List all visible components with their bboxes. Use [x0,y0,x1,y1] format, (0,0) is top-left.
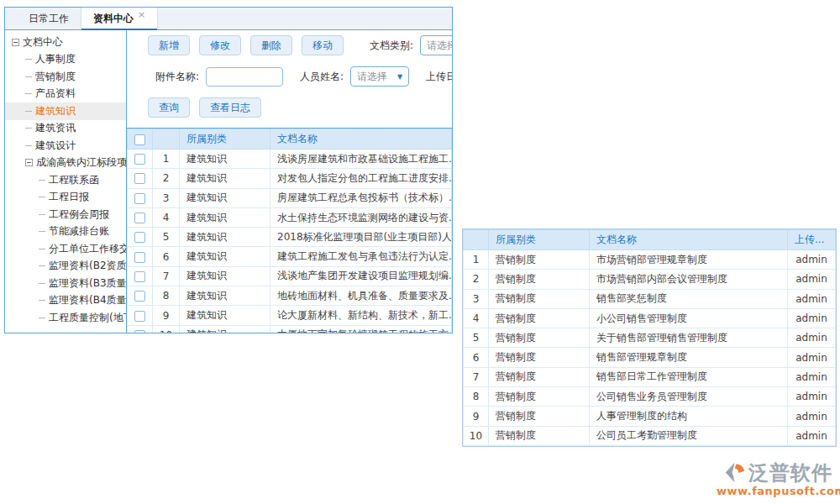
row-number: 4 [153,207,180,227]
row-number-header [464,230,489,250]
delete-button[interactable]: 删除 [250,35,292,55]
tree-item[interactable]: 成渝高铁内江标段项目 [5,155,126,172]
table-row[interactable]: 9 建筑知识 论大厦新材料、新结构、新技术，新工... [128,306,452,325]
query-button[interactable]: 查询 [148,97,190,118]
table-row[interactable]: 5 建筑知识 2018标准化监理项目部(业主项目部)人员... [128,228,452,247]
doc-category-label: 文档类别: [370,39,413,53]
sidebar-tree: 文档中心 人事制度 营销制度 产品资料 [5,30,127,333]
modify-button[interactable]: 修改 [199,35,241,55]
row-category: 营销制度 [489,308,590,328]
tab-bar: 日常工作 资料中心 × [5,8,452,30]
table-row[interactable]: 1 营销制度 市场营销部管理规章制度 admin [464,250,836,270]
tree-item[interactable]: 监理资料(B2资质) [5,258,126,276]
tree-item[interactable]: 产品资料 [5,86,126,103]
category-header: 所属别类 [180,129,270,150]
table-row[interactable]: 4 营销制度 小公司销售管理制度 admin [464,308,836,328]
row-checkbox[interactable] [134,330,145,333]
tree-item[interactable]: 监理资料(B4质量控制) [5,292,126,310]
table-row[interactable]: 10 营销制度 公司员工考勤管理制度 admin [464,426,836,445]
table-row[interactable]: 3 营销制度 销售部奖惩制度 admin [464,289,836,308]
tree-item-label: 人事制度 [35,52,76,66]
row-doc-name: 浅谈地产集团开发建设项目监理规划编... [270,266,452,286]
table-row[interactable]: 6 营销制度 销售部管理规章制度 admin [464,348,836,367]
attachment-name-input[interactable] [206,67,283,87]
tree-item[interactable]: 工程例会周报 [5,206,126,223]
tree-item[interactable]: 工程日报 [5,189,126,207]
tree-item[interactable]: 节能减排台账 [5,223,126,241]
attachment-name-label: 附件名称: [155,70,199,84]
table-row[interactable]: 2 营销制度 市场营销部内部会议管理制度 admin [464,270,836,289]
row-checkbox[interactable] [134,154,145,165]
tree-item[interactable]: 人事制度 [5,51,126,69]
row-checkbox[interactable] [134,193,145,204]
tree-item[interactable]: 建筑知识 [5,102,126,120]
row-uploader: admin [788,289,836,308]
tree-node-icon [25,128,32,129]
row-checkbox[interactable] [134,271,145,282]
row-category: 营销制度 [489,348,590,367]
select-all-checkbox[interactable] [134,134,145,145]
row-checkbox[interactable] [134,213,145,223]
close-icon[interactable]: × [138,9,145,20]
row-number: 5 [464,328,489,348]
table-row[interactable]: 8 营销制度 公司销售业务员管理制度 admin [464,387,836,407]
tree-node-icon [25,145,32,146]
row-checkbox[interactable] [134,173,145,184]
tree-item[interactable]: 监理资料(B3质量控制) [5,275,126,292]
table-row[interactable]: 8 建筑知识 地砖地面材料、机具准备、质量要求及... [128,286,452,306]
brand-website: www.fanpusoft.com [717,485,840,497]
row-doc-name: 人事管理制度的结构 [590,407,788,426]
table-row[interactable]: 6 建筑知识 建筑工程施工发包与承包违法行为认定... [128,247,452,266]
table-row[interactable]: 7 建筑知识 浅谈地产集团开发建设项目监理规划编... [128,266,452,286]
table-row[interactable]: 9 营销制度 人事管理制度的结构 admin [464,407,836,426]
tree-item[interactable]: 建筑资讯 [5,120,126,138]
row-number: 6 [153,247,180,266]
row-category: 建筑知识 [180,207,270,227]
table-row[interactable]: 5 营销制度 关于销售部管理销售管理制度 admin [464,328,836,348]
table-row[interactable]: 3 建筑知识 房屋建筑工程总承包投标书（技术标）... [128,188,452,207]
tab-daily-work[interactable]: 日常工作 [17,8,81,29]
upload-date-label: 上传日期 [426,70,452,84]
tree-node-icon [25,76,32,77]
row-number: 2 [153,169,180,188]
table-row[interactable]: 10 建筑知识 大厦地下室加气砼墙砌筑工程的施工方... [128,325,452,333]
tree-item[interactable]: 建筑设计 [5,137,126,155]
tab-data-center[interactable]: 资料中心 × [81,8,158,29]
table-row[interactable]: 4 建筑知识 水土保持生态环境监测网络的建设与资... [128,207,452,227]
tree-item[interactable]: 工程质量控制(地下室) [5,309,126,327]
row-number: 4 [464,308,489,328]
doc-name-header: 文档名称 [270,129,452,150]
tree-item-label: 工程例会周报 [49,207,109,222]
row-checkbox[interactable] [134,291,145,302]
tab-data-center-label: 资料中心 [93,12,134,26]
tree-item[interactable]: 分工单位工作移交 [5,240,126,258]
row-number: 2 [464,270,489,289]
add-button[interactable]: 新增 [148,35,190,55]
row-checkbox[interactable] [134,232,145,243]
table-row[interactable]: 2 建筑知识 对发包人指定分包的工程施工进度安排... [128,169,452,188]
move-button[interactable]: 移动 [302,35,344,55]
tree-item[interactable]: 工程联系函 [5,171,126,189]
row-number: 8 [464,387,489,407]
table-row[interactable]: 1 建筑知识 浅谈房屋建筑和市政基础设施工程施工... [128,150,452,169]
tree-node-icon [39,318,45,318]
row-category: 营销制度 [489,250,590,270]
view-log-button[interactable]: 查看日志 [199,97,261,118]
person-name-select[interactable]: 请选择 ▼ [350,66,409,87]
table-row[interactable]: 7 营销制度 销售部日常工作管理制度 admin [464,367,836,386]
row-category: 建筑知识 [180,247,270,266]
doc-category-select[interactable]: 请选择 ▼ [420,35,452,55]
row-category: 建筑知识 [180,306,270,325]
tree-item[interactable]: 文档中心 [5,34,126,51]
row-checkbox[interactable] [134,252,145,263]
chevron-down-icon: ▼ [397,73,402,81]
row-checkbox[interactable] [134,311,145,322]
row-doc-name: 关于销售部管理销售管理制度 [590,328,788,348]
tree-item-label: 监理资料(B2资质) [49,259,127,273]
row-number: 10 [464,426,489,445]
row-doc-name: 对发包人指定分包的工程施工进度安排... [270,169,452,188]
tree-item[interactable]: 营销制度 [5,68,126,86]
tree-item-label: 文档中心 [23,35,63,50]
row-doc-name: 公司员工考勤管理制度 [590,426,788,445]
tree-item-label: 成渝高铁内江标段项目 [36,155,127,170]
